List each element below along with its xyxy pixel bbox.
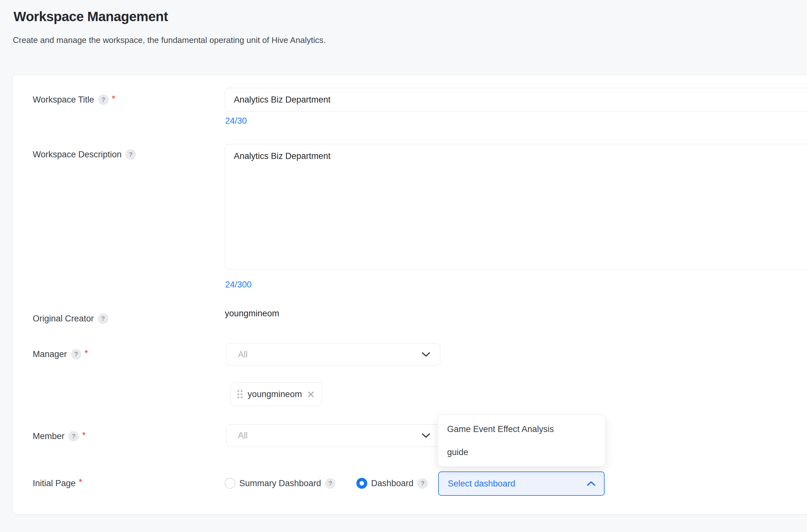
tag-label: youngmineom: [247, 390, 302, 399]
page-title: Workspace Management: [14, 9, 168, 24]
member-select-placeholder: All: [238, 431, 421, 441]
radio-label: Summary Dashboard: [239, 478, 321, 489]
manager-select-placeholder: All: [238, 350, 421, 360]
required-mark: *: [82, 430, 86, 440]
dashboard-dropdown-panel: Game Event Effect Analysis guide: [438, 415, 605, 467]
workspace-description-textarea[interactable]: Analytics Biz Department: [225, 144, 807, 269]
workspace-title-input[interactable]: Analytics Biz Department: [225, 88, 807, 112]
member-label-row: Member ? *: [33, 431, 86, 442]
member-select[interactable]: All: [226, 424, 440, 447]
select-dashboard-button-label: Select dashboard: [448, 479, 515, 489]
help-icon[interactable]: ?: [417, 478, 428, 489]
chevron-down-icon: [421, 352, 430, 357]
radio-option-summary-dashboard[interactable]: Summary Dashboard ?: [224, 478, 335, 489]
required-mark: *: [85, 348, 88, 358]
dropdown-option-game-event-effect-analysis[interactable]: Game Event Effect Analysis: [438, 418, 605, 441]
drag-handle-icon[interactable]: [237, 389, 243, 399]
help-icon[interactable]: ?: [325, 478, 335, 489]
initial-page-label-row: Initial Page *: [33, 478, 82, 489]
help-icon[interactable]: ?: [71, 349, 81, 360]
workspace-title-counter: 24/30: [225, 116, 247, 126]
remove-tag-icon[interactable]: [307, 390, 315, 399]
select-dashboard-button[interactable]: Select dashboard: [438, 471, 605, 496]
required-mark: *: [112, 93, 115, 103]
workspace-management-page: Workspace Management Create and manage t…: [0, 0, 807, 532]
workspace-description-counter: 24/300: [225, 280, 252, 290]
original-creator-label: Original Creator: [33, 314, 94, 324]
help-icon[interactable]: ?: [125, 149, 136, 160]
member-label: Member: [33, 431, 65, 441]
original-creator-label-row: Original Creator ?: [33, 314, 108, 324]
workspace-title-label: Workspace Title: [33, 95, 94, 105]
manager-select[interactable]: All: [226, 343, 440, 366]
manager-label-row: Manager ? *: [33, 349, 88, 360]
radio-label: Dashboard: [371, 478, 414, 489]
page-subtitle: Create and manage the workspace, the fun…: [13, 35, 326, 45]
radio-checked-icon: [356, 478, 367, 489]
chevron-down-icon: [421, 433, 430, 438]
dropdown-option-guide[interactable]: guide: [438, 441, 605, 464]
workspace-title-value: Analytics Biz Department: [234, 95, 331, 105]
initial-page-label: Initial Page: [33, 478, 76, 489]
help-icon[interactable]: ?: [98, 95, 109, 105]
chevron-up-icon: [587, 481, 595, 487]
workspace-description-label: Workspace Description: [33, 150, 122, 159]
workspace-title-label-row: Workspace Title ? *: [33, 95, 115, 105]
workspace-form-card: Workspace Title ? * Analytics Biz Depart…: [12, 74, 807, 514]
manager-tag-chip: youngmineom: [231, 382, 322, 406]
original-creator-value: youngmineom: [225, 309, 279, 319]
radio-unchecked-icon: [224, 478, 235, 489]
help-icon[interactable]: ?: [68, 431, 79, 442]
workspace-description-label-row: Workspace Description ?: [33, 149, 136, 160]
help-icon[interactable]: ?: [98, 314, 108, 324]
radio-option-dashboard[interactable]: Dashboard ?: [356, 478, 428, 489]
workspace-description-value: Analytics Biz Department: [234, 151, 331, 161]
manager-label: Manager: [33, 349, 67, 359]
required-mark: *: [79, 477, 82, 487]
